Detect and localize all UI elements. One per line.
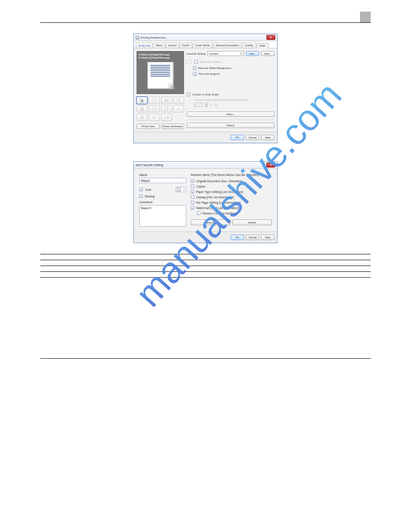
icon-select[interactable]: ▼ [176,187,186,192]
tab-layout[interactable]: Layout [166,43,179,48]
name-input[interactable] [139,178,186,183]
name-label: Name [139,173,186,176]
svg-rect-10 [141,109,143,111]
thumb-7[interactable] [161,105,172,112]
settings-table [40,254,371,278]
icon-label: Icon [146,188,151,191]
star-icon: ★ [138,44,141,47]
default-button-2[interactable]: Default [232,219,272,225]
bottom-divider [40,358,371,359]
cancel-button-2[interactable]: Cancel [246,235,259,240]
dialog2-title: Add Favorite Setting [136,163,163,167]
page-icon [177,188,180,191]
cancel-button[interactable]: Cancel [246,135,259,140]
ok-button[interactable]: OK [231,135,244,140]
table-cell [40,272,112,278]
comment-textarea[interactable] [139,205,186,227]
select-all-button[interactable]: Select All [191,219,231,225]
orig-doc-label: Original Document Size, Orientation [196,180,243,183]
svg-rect-17 [165,116,168,118]
restore-items-heading: Restore Items (The Items Below Can Be Se… [191,173,272,176]
tab-finish[interactable]: Finish [180,43,192,48]
table-cell [40,254,112,260]
orig-doc-checkbox[interactable]: ✓ [191,179,194,183]
close-button-2[interactable]: ✕ [266,163,275,167]
favorite-setting-value: Untitled [209,52,218,55]
thumb-11[interactable] [161,114,172,121]
thumb-5[interactable] [137,105,147,112]
remove-white-bg-checkbox[interactable]: ✓ [193,66,197,70]
thumb-8[interactable] [173,105,184,112]
info-icon[interactable]: i [187,60,191,64]
svg-point-16 [153,116,155,119]
layout-thumbnails: A [137,97,184,121]
tab-my-tab[interactable]: ★My Tab [136,43,153,48]
chevron-down-icon: ▼ [183,189,185,191]
overlay-checkbox[interactable] [191,195,194,199]
restore-common-label: Restore Common Settings [202,212,236,215]
default-button[interactable]: Default [187,123,274,128]
thumb-3[interactable] [161,97,172,104]
restore-common-checkbox[interactable] [197,211,201,215]
thumb-9[interactable] [137,114,147,121]
thumb-4[interactable] [173,97,184,104]
ok-button-2[interactable]: OK [231,235,244,240]
thumb-10[interactable] [149,114,159,121]
add-button[interactable]: Add... [246,51,259,56]
per-page-label: Per Page Setting [List Information] [196,201,240,204]
page-badge [360,12,371,22]
dialog-title: Printing Preferences [141,36,166,39]
svg-text:A: A [154,107,155,110]
edit-button[interactable]: Edit... [261,51,274,56]
tab-basic[interactable]: Basic [153,43,165,48]
preview-size-src: 8 1/2x11 (215.9x279.4 mm) [139,53,182,56]
thumb-6[interactable]: A [149,105,159,112]
watermark-label: Watermark [Text List Information] [196,206,239,210]
icon-checkbox[interactable]: ✓ [139,188,143,191]
tab-other[interactable]: Other [257,43,269,48]
table-row [40,266,371,272]
per-page-checkbox[interactable] [191,201,194,204]
help-button-2[interactable]: Help [261,235,274,240]
svg-rect-2 [141,99,143,103]
watermark-checkbox[interactable]: ✓ [191,206,194,210]
table-cell [112,272,371,278]
excel-job-control-checkbox[interactable] [194,60,198,64]
close-button[interactable]: ✕ [266,35,275,40]
threshold-stepper: ▲▼ [205,103,208,107]
sharing-label: Sharing [145,195,154,198]
tab-stamp-composition[interactable]: Stamp/Composition [213,43,242,48]
tab-cover-mode[interactable]: Cover Mode [193,43,213,48]
table-cell [40,266,112,272]
titlebar-2: Add Favorite Setting ✕ [134,162,277,169]
paper-type-checkbox[interactable]: ✓ [191,190,194,193]
table-row [40,272,371,278]
svg-rect-3 [152,99,156,102]
thumb-1[interactable] [137,97,147,104]
page-preview-graphic [147,62,173,89]
overlay-label: Overlay [File List Information] [196,196,234,199]
excel-job-control-label: Excel Job Control [200,60,221,63]
sharing-checkbox[interactable]: ✓ [139,194,143,198]
favorite-setting-label: Favorite Setting [187,52,206,55]
add-favorite-setting-dialog: Add Favorite Setting ✕ Name ✓ Icon ▼ [133,161,278,243]
tab-quality[interactable]: Quality [242,43,256,48]
about-button[interactable]: About... [187,112,274,117]
printer-information-button[interactable]: Printer Information [161,124,184,129]
copies-checkbox[interactable] [191,184,194,188]
table-row [40,260,371,266]
favorite-setting-select[interactable]: Untitled ▼ [207,51,244,56]
printer-view-button[interactable]: Printer View [137,124,159,129]
convert-gray-scale-checkbox[interactable] [187,93,190,96]
table-cell [40,260,112,266]
svg-rect-5 [167,99,168,102]
thumb-2[interactable] [149,97,159,104]
top-divider [40,22,371,23]
paper-type-label: Paper Type Setting [List Information] [196,190,243,193]
help-button[interactable]: Help [261,135,274,140]
table-cell [112,266,371,272]
thin-line-support-checkbox[interactable]: ✓ [193,72,197,76]
threshold-value-input: 5 [194,103,203,107]
convert-gray-scale-label: Convert to Gray Scale [192,93,218,96]
comment-label: Comment [139,201,186,204]
